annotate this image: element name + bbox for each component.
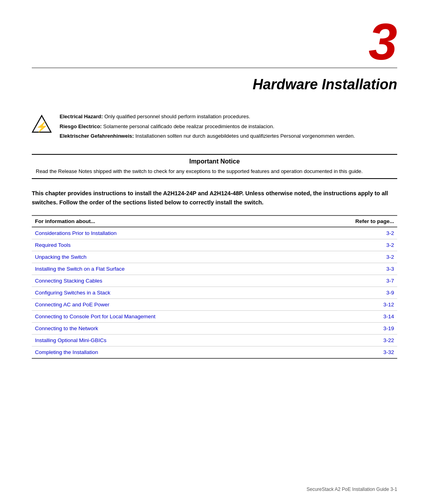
toc-page: 3-12 (342, 299, 397, 311)
toc-page: 3-32 (342, 346, 397, 359)
toc-row[interactable]: Connecting to Console Port for Local Man… (32, 311, 397, 323)
toc-page: 3-7 (342, 275, 397, 287)
warning-spanish-label: Riesgo Electrico: (60, 123, 102, 129)
warning-english-label: Electrical Hazard: (60, 113, 103, 119)
toc-page: 3-2 (342, 239, 397, 251)
page: 3 Hardware Installation ⚡ Electrical Haz… (0, 0, 429, 504)
warning-german: Elektrischer Gefahrenhinweis: Installati… (60, 132, 355, 140)
warning-spanish: Riesgo Electrico: Solamente personal cal… (60, 123, 355, 131)
notice-title: Important Notice (36, 158, 393, 165)
warning-text: Electrical Hazard: Only qualified person… (60, 113, 355, 142)
chapter-number: 3 (369, 16, 397, 67)
toc-row[interactable]: Configuring Switches in a Stack3-9 (32, 287, 397, 299)
toc-page: 3-3 (342, 263, 397, 275)
toc-header-page: Refer to page... (342, 215, 397, 227)
toc-row[interactable]: Completing the Installation3-32 (32, 346, 397, 359)
toc-topic[interactable]: Connecting AC and PoE Power (32, 299, 342, 311)
toc-row[interactable]: Required Tools3-2 (32, 239, 397, 251)
toc-row[interactable]: Connecting AC and PoE Power3-12 (32, 299, 397, 311)
toc-topic[interactable]: Connecting Stacking Cables (32, 275, 342, 287)
toc-topic[interactable]: Installing the Switch on a Flat Surface (32, 263, 342, 275)
toc-row[interactable]: Installing Optional Mini-GBICs3-22 (32, 335, 397, 346)
toc-row[interactable]: Unpacking the Switch3-2 (32, 251, 397, 263)
footer-text: SecureStack A2 PoE Installation Guide 3-… (307, 487, 397, 492)
toc-page: 3-19 (342, 323, 397, 335)
warning-box: ⚡ Electrical Hazard: Only qualified pers… (32, 113, 397, 148)
toc-topic[interactable]: Configuring Switches in a Stack (32, 287, 342, 299)
toc-header-topic: For information about... (32, 215, 342, 227)
toc-topic[interactable]: Considerations Prior to Installation (32, 227, 342, 239)
toc-topic[interactable]: Connecting to Console Port for Local Man… (32, 311, 342, 323)
toc-page: 3-2 (342, 251, 397, 263)
toc-table: For information about... Refer to page..… (32, 215, 397, 359)
chapter-divider (32, 67, 397, 68)
toc-page: 3-22 (342, 335, 397, 346)
svg-text:⚡: ⚡ (36, 121, 48, 133)
toc-topic[interactable]: Required Tools (32, 239, 342, 251)
warning-german-label: Elektrischer Gefahrenhinweis: (60, 133, 134, 139)
warning-english: Electrical Hazard: Only qualified person… (60, 113, 355, 121)
toc-body: Considerations Prior to Installation3-2R… (32, 227, 397, 358)
toc-topic[interactable]: Unpacking the Switch (32, 251, 342, 263)
chapter-number-area: 3 (0, 0, 429, 67)
toc-page: 3-9 (342, 287, 397, 299)
toc-row[interactable]: Connecting Stacking Cables3-7 (32, 275, 397, 287)
toc-topic[interactable]: Completing the Installation (32, 346, 342, 359)
notice-text: Read the Release Notes shipped with the … (36, 167, 393, 175)
toc-row[interactable]: Connecting to the Network3-19 (32, 323, 397, 335)
toc-header-row: For information about... Refer to page..… (32, 215, 397, 227)
toc-topic[interactable]: Connecting to the Network (32, 323, 342, 335)
warning-english-text: Only qualified personnel should perform … (104, 113, 250, 119)
toc-page: 3-14 (342, 311, 397, 323)
important-notice-box: Important Notice Read the Release Notes … (32, 154, 397, 179)
warning-german-text: Installationen sollten nur durch ausgebi… (135, 133, 355, 139)
toc-page: 3-2 (342, 227, 397, 239)
footer: SecureStack A2 PoE Installation Guide 3-… (307, 487, 397, 492)
toc-row[interactable]: Considerations Prior to Installation3-2 (32, 227, 397, 239)
chapter-title: Hardware Installation (0, 76, 429, 105)
toc-topic[interactable]: Installing Optional Mini-GBICs (32, 335, 342, 346)
warning-spanish-text: Solamente personal calificado debe reali… (103, 123, 274, 129)
electrical-hazard-icon: ⚡ (32, 114, 52, 135)
toc-row[interactable]: Installing the Switch on a Flat Surface3… (32, 263, 397, 275)
intro-paragraph: This chapter provides instructions to in… (32, 189, 397, 207)
